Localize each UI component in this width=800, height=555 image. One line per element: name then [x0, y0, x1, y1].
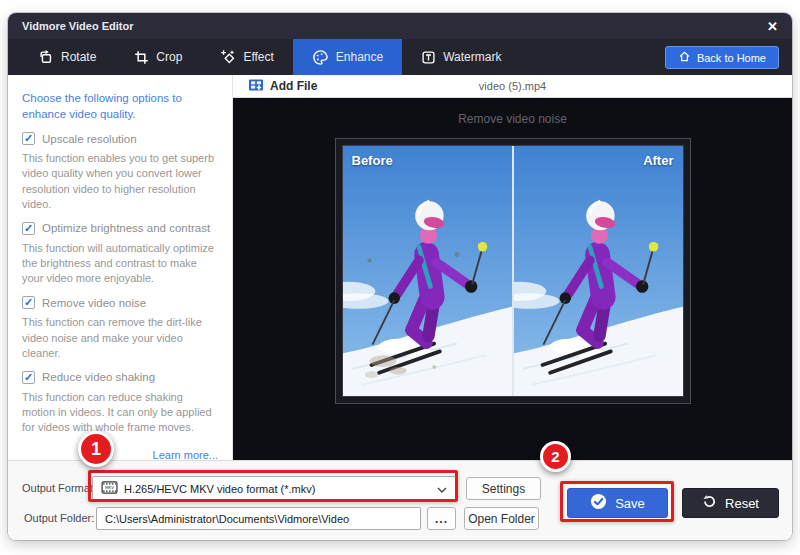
back-to-home-button[interactable]: Back to Home: [665, 46, 779, 69]
back-to-home-label: Back to Home: [697, 52, 766, 64]
checkbox-optimize-brightness[interactable]: ✓: [22, 222, 35, 235]
output-format-label: Output Format:: [22, 482, 96, 494]
option-remove-noise: ✓ Remove video noise: [22, 296, 218, 309]
enhance-options-sidebar: Choose the following options to enhance …: [8, 75, 233, 460]
output-format-value: H.265/HEVC MKV video format (*.mkv): [124, 483, 315, 495]
option-label: Remove video noise: [42, 297, 146, 309]
close-icon[interactable]: ✕: [767, 20, 778, 33]
enhance-palette-icon: [312, 49, 329, 66]
option-description: This function will automatically optimiz…: [22, 241, 218, 287]
rotate-icon: [38, 49, 54, 65]
reset-label: Reset: [725, 496, 759, 511]
option-description: This function can reduce shaking motion …: [22, 390, 218, 436]
chevron-down-icon: [437, 483, 447, 495]
tab-effect[interactable]: Effect: [201, 39, 292, 75]
add-file-label: Add File: [270, 79, 317, 93]
tab-label: Effect: [243, 50, 273, 64]
after-label: After: [643, 153, 673, 168]
checkbox-upscale-resolution[interactable]: ✓: [22, 132, 35, 145]
tab-watermark[interactable]: Watermark: [402, 39, 520, 75]
open-folder-label: Open Folder: [468, 512, 535, 526]
tab-label: Crop: [156, 50, 182, 64]
tab-label: Rotate: [61, 50, 96, 64]
tab-label: Enhance: [336, 50, 383, 64]
check-circle-icon: [590, 493, 607, 513]
option-label: Upscale resolution: [42, 133, 137, 145]
content-row: Choose the following options to enhance …: [8, 75, 792, 460]
option-upscale-resolution: ✓ Upscale resolution: [22, 132, 218, 145]
before-image: Before: [343, 146, 512, 396]
sidebar-heading: Choose the following options to enhance …: [22, 90, 218, 122]
add-file-icon: [248, 78, 264, 95]
learn-more-link[interactable]: Learn more...: [22, 449, 218, 460]
tab-bar: Rotate Crop Effect Enhance Watermark Bac…: [8, 39, 792, 75]
tab-crop[interactable]: Crop: [115, 39, 201, 75]
browse-folder-button[interactable]: ...: [427, 507, 456, 530]
save-button[interactable]: Save: [567, 488, 668, 518]
option-reduce-shaking: ✓ Reduce video shaking: [22, 371, 218, 384]
svg-text:MKV: MKV: [105, 485, 114, 490]
tab-label: Watermark: [443, 50, 501, 64]
reset-button[interactable]: Reset: [682, 488, 779, 518]
ellipsis-icon: ...: [435, 512, 448, 526]
checkbox-reduce-shaking[interactable]: ✓: [22, 371, 35, 384]
before-after-image: Before After: [343, 146, 683, 396]
before-label: Before: [352, 153, 393, 168]
tab-enhance[interactable]: Enhance: [293, 39, 402, 75]
crop-icon: [134, 50, 149, 65]
app-window: Vidmore Video Editor ✕ Rotate Crop Effec…: [8, 13, 792, 540]
screenshot-page: Vidmore Video Editor ✕ Rotate Crop Effec…: [0, 0, 800, 555]
checkbox-remove-noise[interactable]: ✓: [22, 296, 35, 309]
mkv-format-icon: MKV: [101, 481, 118, 496]
effect-icon: [220, 49, 236, 65]
main-panel: Add File video (5).mp4 Remove video nois…: [233, 75, 792, 460]
preview-caption: Remove video noise: [458, 112, 567, 126]
option-label: Reduce video shaking: [42, 371, 155, 383]
output-bar: Output Format: MKV H.265/HEVC MKV video …: [8, 460, 792, 540]
settings-label: Settings: [482, 482, 525, 496]
open-folder-button[interactable]: Open Folder: [464, 507, 539, 530]
title-bar: Vidmore Video Editor ✕: [8, 13, 792, 39]
output-folder-value: C:\Users\Administrator\Documents\Vidmore…: [105, 513, 349, 525]
watermark-icon: [421, 50, 436, 65]
after-image: After: [514, 146, 683, 396]
preview-area: Remove video noise: [233, 98, 792, 460]
output-folder-label: Output Folder:: [24, 512, 94, 524]
option-label: Optimize brightness and contrast: [42, 222, 210, 234]
option-description: This function enables you to get superb …: [22, 151, 218, 212]
output-format-dropdown[interactable]: MKV H.265/HEVC MKV video format (*.mkv): [92, 476, 456, 501]
option-description: This function can remove the dirt-like v…: [22, 315, 218, 361]
home-icon: [678, 50, 691, 65]
tab-rotate[interactable]: Rotate: [8, 39, 115, 75]
before-after-frame: Before After: [335, 138, 691, 404]
option-optimize-brightness: ✓ Optimize brightness and contrast: [22, 222, 218, 235]
window-title: Vidmore Video Editor: [22, 20, 133, 32]
add-file-button[interactable]: Add File: [233, 78, 317, 95]
save-label: Save: [615, 496, 645, 511]
file-bar: Add File video (5).mp4: [233, 75, 792, 98]
settings-button[interactable]: Settings: [466, 477, 541, 500]
reset-icon: [702, 494, 717, 512]
output-folder-input[interactable]: C:\Users\Administrator\Documents\Vidmore…: [96, 507, 421, 530]
